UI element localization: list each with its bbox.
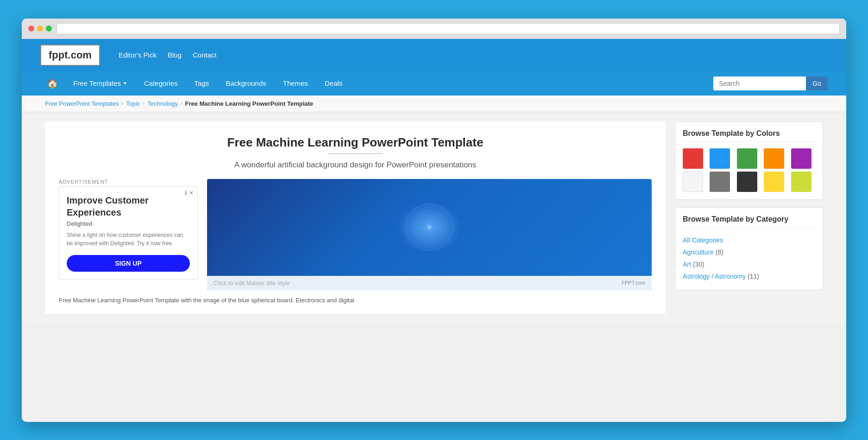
ad-description: Shine a light on how customer experience…: [67, 231, 190, 248]
nav-themes[interactable]: Themes: [275, 72, 316, 95]
maximize-button[interactable]: [46, 26, 52, 32]
ad-box: ℹ ✕ Improve Customer Experiences Delight…: [59, 186, 198, 280]
ad-signup-button[interactable]: SIGN UP: [67, 255, 190, 272]
ad-section: ADVERTISEMENT ℹ ✕ Improve Customer Exper…: [59, 179, 198, 280]
search-button[interactable]: Go: [806, 77, 828, 90]
ad-label: ADVERTISEMENT: [59, 179, 198, 185]
header-nav: Editor's Pick Blog Contact: [119, 51, 217, 59]
category-art[interactable]: Art: [683, 261, 691, 268]
breadcrumb-current: Free Machine Learning PowerPoint Templat…: [185, 100, 313, 107]
close-button[interactable]: [28, 26, 34, 32]
nav-tags[interactable]: Tags: [186, 72, 218, 95]
category-astrology-count: (11): [748, 273, 759, 280]
sidebar-colors-box: Browse Template by Colors: [675, 121, 823, 200]
color-swatch-orange[interactable]: [764, 148, 784, 169]
list-item: Art (30): [683, 258, 815, 270]
color-swatch-red[interactable]: [683, 148, 703, 169]
browser-window: fppt.com Editor's Pick Blog Contact 🏠 Fr…: [22, 19, 846, 422]
site-logo[interactable]: fppt.com: [40, 45, 100, 66]
list-item: Astrology / Astronomy (11): [683, 270, 815, 282]
preview-brand: FPPT.com: [622, 280, 645, 286]
preview-section: Click to edit Master title style FPPT.co…: [207, 179, 652, 290]
search-input[interactable]: [713, 77, 806, 90]
category-list: All Categories Agriculture (8) Art (30) …: [683, 234, 815, 282]
title-divider: [327, 153, 383, 154]
svg-point-5: [428, 225, 431, 229]
content-area: Free Machine Learning PowerPoint Templat…: [22, 112, 846, 324]
dropdown-arrow-icon: ▼: [123, 81, 127, 86]
home-icon[interactable]: 🏠: [40, 71, 65, 96]
nav-bar: 🏠 Free Templates ▼ Categories Tags Backg…: [22, 71, 846, 96]
site-header: fppt.com Editor's Pick Blog Contact: [22, 39, 846, 71]
ad-title: Improve Customer Experiences: [67, 194, 190, 218]
breadcrumb-technology[interactable]: Technology: [147, 100, 178, 107]
brain-glow-image: [392, 197, 466, 257]
category-agriculture-count: (8): [716, 249, 723, 256]
ad-info-icon[interactable]: ℹ: [185, 190, 187, 196]
color-swatch-blue[interactable]: [710, 148, 730, 169]
browser-chrome: [22, 19, 846, 39]
page-title: Free Machine Learning PowerPoint Templat…: [59, 135, 652, 150]
preview-placeholder-text: Click to edit Master title style: [214, 280, 290, 287]
ad-close-icon[interactable]: ✕: [189, 190, 194, 196]
list-item: All Categories: [683, 234, 815, 246]
breadcrumb-sep-1: ›: [121, 101, 123, 106]
breadcrumb-sep-3: ›: [181, 101, 182, 106]
ad-controls: ℹ ✕: [185, 190, 194, 196]
nav-contact[interactable]: Contact: [193, 51, 217, 59]
color-swatch-lime[interactable]: [791, 172, 811, 192]
description-text: Free Machine Learning PowerPoint Templat…: [59, 296, 652, 305]
nav-items: Free Templates ▼ Categories Tags Backgro…: [65, 72, 713, 95]
list-item: Agriculture (8): [683, 246, 815, 258]
color-swatch-white[interactable]: [683, 172, 703, 192]
nav-categories[interactable]: Categories: [136, 72, 186, 95]
nav-free-templates[interactable]: Free Templates ▼: [65, 72, 136, 95]
main-section: Free Machine Learning PowerPoint Templat…: [45, 121, 666, 314]
color-swatch-dark[interactable]: [737, 172, 757, 192]
category-title: Browse Template by Category: [683, 215, 815, 228]
color-swatch-green[interactable]: [737, 148, 757, 169]
category-agriculture[interactable]: Agriculture: [683, 249, 714, 256]
category-astrology[interactable]: Astrology / Astronomy: [683, 273, 746, 280]
nav-search: Go: [713, 77, 828, 90]
color-swatch-gray[interactable]: [710, 172, 730, 192]
ad-brand: Delighted: [67, 220, 190, 227]
color-swatch-yellow[interactable]: [764, 172, 784, 192]
page-subtitle: A wonderful artificial background design…: [59, 160, 652, 170]
traffic-lights: [28, 26, 52, 32]
main-content: Free PowerPoint Templates › Topic › Tech…: [22, 96, 846, 324]
address-bar[interactable]: [57, 23, 840, 34]
category-art-count: (30): [693, 261, 704, 268]
color-swatch-purple[interactable]: [791, 148, 811, 169]
breadcrumb-sep-2: ›: [143, 101, 145, 106]
color-grid: [683, 148, 815, 192]
colors-title: Browse Template by Colors: [683, 129, 815, 142]
breadcrumb-home[interactable]: Free PowerPoint Templates: [45, 100, 119, 107]
ad-and-preview: ADVERTISEMENT ℹ ✕ Improve Customer Exper…: [59, 179, 652, 290]
breadcrumb: Free PowerPoint Templates › Topic › Tech…: [22, 96, 846, 112]
nav-deals[interactable]: Deals: [316, 72, 351, 95]
template-preview: Click to edit Master title style FPPT.co…: [207, 179, 652, 290]
sidebar: Browse Template by Colors: [675, 121, 823, 314]
preview-bottom: Click to edit Master title style FPPT.co…: [207, 276, 652, 290]
nav-blog[interactable]: Blog: [168, 51, 182, 59]
breadcrumb-topic[interactable]: Topic: [126, 100, 140, 107]
preview-top: [207, 179, 652, 276]
minimize-button[interactable]: [37, 26, 43, 32]
sidebar-category-box: Browse Template by Category All Categori…: [675, 207, 823, 290]
nav-backgrounds[interactable]: Backgrounds: [217, 72, 275, 95]
category-all[interactable]: All Categories: [683, 236, 723, 244]
nav-editors-pick[interactable]: Editor's Pick: [119, 51, 157, 59]
